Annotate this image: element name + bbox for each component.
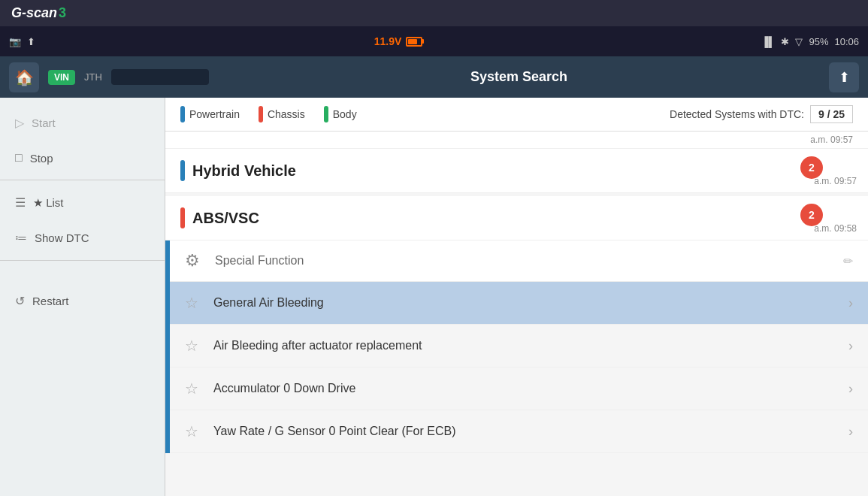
hybrid-vehicle-title: Hybrid Vehicle	[192, 162, 296, 180]
detected-count: 9 / 25	[810, 105, 853, 123]
vin-value-field	[111, 69, 209, 85]
list-item-yaw-rate-sensor[interactable]: ☆ Yaw Rate / G Sensor 0 Point Clear (For…	[170, 410, 868, 453]
page-title: System Search	[218, 69, 820, 85]
filter-powertrain[interactable]: Powertrain	[180, 106, 240, 122]
yaw-rate-sensor-label: Yaw Rate / G Sensor 0 Point Clear (For E…	[213, 425, 841, 438]
restart-label: Restart	[32, 295, 68, 307]
list-icon: ☰	[15, 195, 26, 210]
body-dot	[324, 106, 328, 122]
sidebar-divider-1	[0, 180, 165, 180]
app-logo: G-scan	[11, 5, 57, 21]
chassis-label: Chassis	[268, 108, 305, 120]
special-function-chevron: ✏	[843, 254, 853, 268]
list-with-bar: ⚙ Special Function ✏ ☆ General Air Bleed…	[165, 240, 868, 453]
app-logo-num: 3	[59, 5, 66, 21]
content-area: Powertrain Chassis Body Detected Systems…	[165, 98, 868, 496]
star-icon-1[interactable]: ☆	[185, 294, 198, 312]
chevron-4: ›	[848, 424, 853, 440]
detected-systems: Detected Systems with DTC: 9 / 25	[670, 105, 853, 123]
accumulator-down-drive-label: Accumulator 0 Down Drive	[213, 382, 841, 395]
powertrain-dot	[180, 106, 185, 122]
battery-icon	[406, 37, 422, 47]
nav-bar: 🏠 VIN JTH System Search ⬆	[0, 56, 868, 98]
upload-status-icon: ⬆	[27, 36, 35, 47]
list-item-special-function[interactable]: ⚙ Special Function ✏	[170, 240, 868, 282]
sidebar-item-restart[interactable]: ↺ Restart	[0, 283, 165, 319]
status-right: ▐▌ ✱ ▽ 95% 10:06	[761, 36, 859, 47]
abs-vsc-line	[180, 207, 185, 228]
sidebar-item-start: ▷ Start	[0, 105, 165, 141]
chassis-dot	[259, 106, 263, 122]
sidebar-item-show-dtc[interactable]: ≔ Show DTC	[0, 220, 165, 256]
vin-badge: VIN	[48, 70, 75, 85]
status-left: 📷 ⬆	[9, 36, 35, 47]
list-section: ⚙ Special Function ✏ ☆ General Air Bleed…	[170, 240, 868, 453]
signal-icon: ▐▌	[761, 36, 775, 47]
section-abs-vsc: ABS/VSC 2 a.m. 09:58	[165, 196, 868, 240]
vin-prefix: JTH	[84, 71, 102, 83]
filter-bar: Powertrain Chassis Body Detected Systems…	[165, 98, 868, 132]
chevron-2: ›	[848, 338, 853, 354]
top-timestamp: a.m. 09:57	[165, 132, 868, 149]
wifi-icon: ▽	[795, 36, 803, 47]
stop-icon: □	[15, 151, 23, 165]
bluetooth-icon: ✱	[781, 36, 789, 47]
chevron-1: ›	[848, 295, 853, 311]
voltage-value: 11.9V	[374, 35, 402, 47]
special-function-label: Special Function	[215, 254, 843, 268]
sidebar-divider-2	[0, 260, 165, 261]
abs-vsc-title: ABS/VSC	[192, 210, 259, 227]
list-item-general-air-bleeding[interactable]: ☆ General Air Bleeding ›	[170, 282, 868, 325]
sidebar-item-stop[interactable]: □ Stop	[0, 141, 165, 175]
special-function-icon: ⚙	[185, 251, 200, 271]
sidebar-item-list[interactable]: ☰ ★ List	[0, 185, 165, 220]
list-item-air-bleeding-actuator[interactable]: ☆ Air Bleeding after actuator replacemen…	[170, 325, 868, 367]
chevron-3: ›	[848, 381, 853, 397]
start-label: Start	[32, 116, 56, 129]
star-icon-3[interactable]: ☆	[185, 380, 198, 398]
section-hybrid-vehicle: Hybrid Vehicle 2 a.m. 09:57	[165, 149, 868, 193]
sections-container: a.m. 09:57 Hybrid Vehicle 2 a.m. 09:57 A…	[165, 132, 868, 496]
star-icon-2[interactable]: ☆	[185, 337, 198, 355]
general-air-bleeding-label: General Air Bleeding	[213, 296, 841, 310]
filter-chassis[interactable]: Chassis	[259, 106, 305, 122]
upload-button[interactable]: ⬆	[829, 62, 859, 92]
camera-icon: 📷	[9, 36, 21, 47]
show-dtc-icon: ≔	[15, 231, 27, 245]
logo-bar: G-scan3	[0, 0, 868, 26]
abs-vsc-time: a.m. 09:58	[814, 223, 857, 234]
home-button[interactable]: 🏠	[9, 62, 39, 92]
body-label: Body	[333, 108, 357, 120]
voltage-display: 11.9V	[374, 35, 423, 47]
clock-time: 10:06	[834, 36, 859, 47]
air-bleeding-actuator-label: Air Bleeding after actuator replacement	[213, 339, 841, 352]
list-label: ★ List	[33, 196, 64, 210]
list-item-accumulator-down-drive[interactable]: ☆ Accumulator 0 Down Drive ›	[170, 367, 868, 410]
detected-label: Detected Systems with DTC:	[670, 108, 804, 120]
filter-body[interactable]: Body	[324, 106, 357, 122]
star-icon-4[interactable]: ☆	[185, 422, 198, 440]
main-layout: ▷ Start □ Stop ☰ ★ List ≔ Show DTC ↺ Res…	[0, 98, 868, 496]
hybrid-vehicle-time: a.m. 09:57	[814, 176, 857, 186]
start-icon: ▷	[15, 116, 24, 130]
sidebar: ▷ Start □ Stop ☰ ★ List ≔ Show DTC ↺ Res…	[0, 98, 165, 496]
battery-percent: 95%	[809, 36, 828, 47]
hybrid-vehicle-line	[180, 160, 185, 181]
status-bar: 📷 ⬆ 11.9V ▐▌ ✱ ▽ 95% 10:06	[0, 26, 868, 56]
stop-label: Stop	[30, 152, 53, 165]
restart-icon: ↺	[15, 294, 25, 308]
show-dtc-label: Show DTC	[35, 231, 89, 244]
powertrain-label: Powertrain	[189, 108, 240, 120]
